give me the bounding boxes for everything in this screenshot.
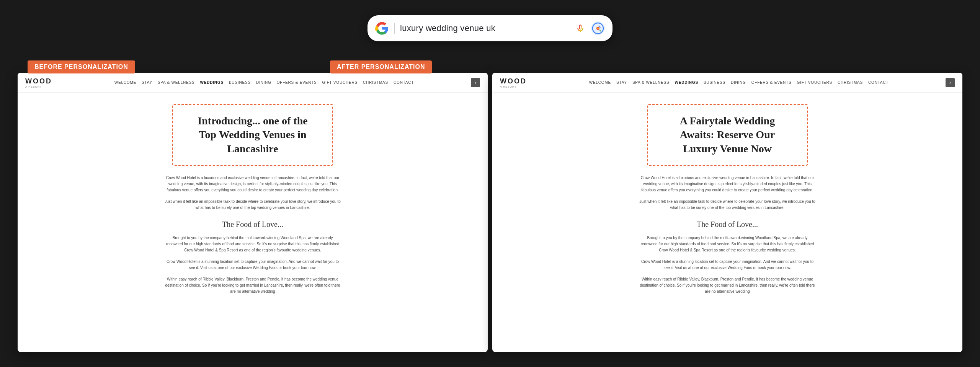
nav-link-stay[interactable]: STAY	[142, 80, 152, 85]
nav-link-welcome[interactable]: WELCOME	[114, 80, 136, 85]
after-nav-link-business[interactable]: BUSINESS	[704, 80, 725, 85]
before-heading-box: Introducing... one of the Top Wedding Ve…	[172, 104, 333, 166]
before-body3: Brought to you by the company behind the…	[165, 235, 341, 253]
search-icons	[573, 21, 605, 35]
after-section-heading: The Food of Love...	[508, 220, 947, 229]
before-label: BEFORE PERSONALIZATION	[28, 60, 135, 73]
nav-link-contact-before[interactable]: CONTACT	[394, 80, 414, 85]
after-nav-scroll[interactable]: ›	[946, 78, 955, 87]
after-body2: Just when it felt like an impossible tas…	[639, 199, 815, 211]
logo-subtitle: A RESORT	[25, 85, 52, 88]
nav-link-business[interactable]: BUSINESS	[229, 80, 251, 85]
nav-link-gift[interactable]: GIFT VOUCHERS	[322, 80, 357, 85]
before-body5: Within easy reach of Ribble Valley, Blac…	[165, 276, 341, 295]
after-heading-box: A Fairytale Wedding Awaits: Reserve Our …	[647, 104, 808, 166]
lens-icon[interactable]	[591, 21, 605, 35]
search-bar[interactable]: luxury wedding venue uk	[368, 15, 612, 41]
before-nav-bar: WOOD A RESORT WELCOME STAY SPA & WELLNES…	[18, 73, 488, 93]
after-nav-link-contact[interactable]: CONTACT	[868, 80, 889, 85]
search-bar-container: luxury wedding venue uk	[368, 15, 612, 41]
after-nav-link-christmas[interactable]: CHRISTMAS	[838, 80, 863, 85]
logo-text: WOOD	[25, 77, 52, 85]
before-panel: WOOD A RESORT WELCOME STAY SPA & WELLNES…	[18, 73, 488, 352]
before-body2: Just when it felt like an impossible tas…	[165, 199, 341, 211]
before-body4: Crow Wood Hotel is a stunning location s…	[165, 259, 341, 271]
after-body5: Within easy reach of Ribble Valley, Blac…	[639, 276, 815, 295]
after-nav-link-gift[interactable]: GIFT VOUCHERS	[797, 80, 832, 85]
svg-point-3	[597, 28, 599, 29]
nav-link-offers[interactable]: OFFERS & EVENTS	[277, 80, 317, 85]
after-body1: Crow Wood Hotel is a luxurious and exclu…	[639, 175, 815, 193]
after-logo: WOOD A RESORT	[500, 77, 527, 88]
after-nav-bar: WOOD A RESORT WELCOME STAY SPA & WELLNES…	[492, 73, 962, 93]
before-nav-scroll[interactable]: ›	[471, 78, 480, 87]
nav-link-christmas-before[interactable]: CHRISTMAS	[363, 80, 388, 85]
after-nav-link-weddings[interactable]: WEDDINGS	[675, 80, 698, 85]
microphone-icon[interactable]	[573, 21, 587, 35]
before-main-heading: Introducing... one of the Top Wedding Ve…	[188, 114, 317, 156]
panels-container: WOOD A RESORT WELCOME STAY SPA & WELLNES…	[18, 73, 962, 352]
after-logo-text: WOOD	[500, 77, 527, 85]
after-nav-link-spa[interactable]: SPA & WELLNESS	[632, 80, 670, 85]
after-nav-link-offers[interactable]: OFFERS & EVENTS	[751, 80, 792, 85]
after-panel: WOOD A RESORT WELCOME STAY SPA & WELLNES…	[492, 73, 962, 352]
after-body3: Brought to you by the company behind the…	[639, 235, 815, 253]
after-nav-links: WELCOME STAY SPA & WELLNESS WEDDINGS BUS…	[532, 80, 946, 85]
after-logo-subtitle: A RESORT	[500, 85, 527, 88]
search-divider	[394, 23, 395, 34]
after-main-content: A Fairytale Wedding Awaits: Reserve Our …	[492, 93, 962, 312]
nav-link-weddings[interactable]: WEDDINGS	[200, 80, 223, 85]
google-logo-icon	[375, 21, 389, 35]
before-body1: Crow Wood Hotel is a luxurious and exclu…	[165, 175, 341, 193]
nav-link-dining[interactable]: DINING	[256, 80, 271, 85]
before-nav-links: WELCOME STAY SPA & WELLNESS WEDDINGS BUS…	[57, 80, 471, 85]
after-nav-link-dining[interactable]: DINING	[731, 80, 746, 85]
nav-link-spa[interactable]: SPA & WELLNESS	[158, 80, 195, 85]
before-section-heading: The Food of Love...	[33, 220, 472, 229]
search-query[interactable]: luxury wedding venue uk	[400, 23, 568, 33]
after-body4: Crow Wood Hotel is a stunning location s…	[639, 259, 815, 271]
after-nav-link-stay[interactable]: STAY	[616, 80, 627, 85]
after-main-heading: A Fairytale Wedding Awaits: Reserve Our …	[663, 114, 792, 156]
after-nav-link-welcome[interactable]: WELCOME	[589, 80, 611, 85]
before-logo: WOOD A RESORT	[25, 77, 52, 88]
after-label: AFTER PERSONALIZATION	[330, 60, 432, 73]
before-main-content: Introducing... one of the Top Wedding Ve…	[18, 93, 488, 312]
